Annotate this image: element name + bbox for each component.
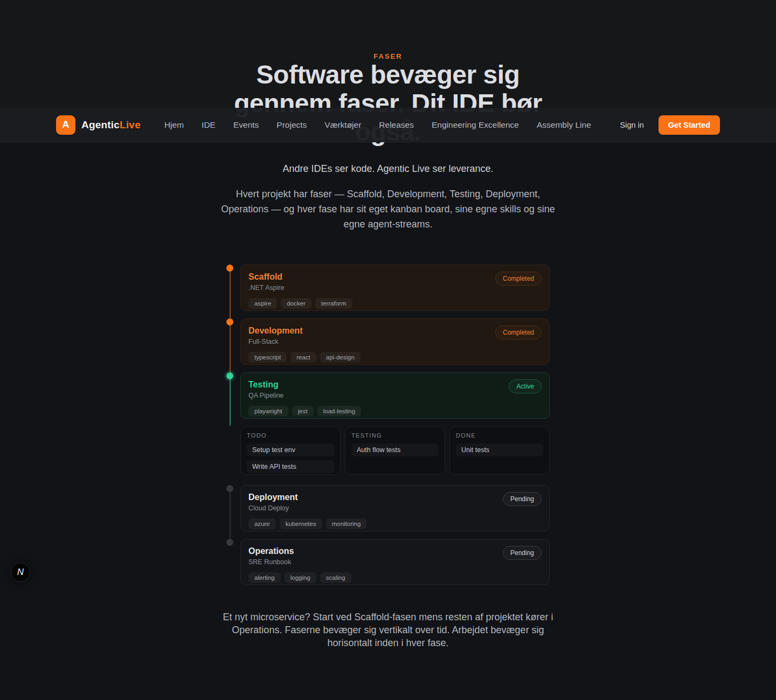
- phase-name: Testing: [248, 380, 542, 390]
- phase-tags: aspiredockerterraform: [248, 298, 542, 309]
- tag-terraform: terraform: [315, 298, 352, 309]
- status-badge: Completed: [495, 325, 542, 339]
- nav-links: HjemIDEEventsProjectsVærktøjerReleasesEn…: [164, 120, 591, 130]
- navbar-inner: A AgenticLive HjemIDEEventsProjectsVærkt…: [56, 108, 720, 142]
- hero-subtitle: Andre IDEs ser kode. Agentic Live ser le…: [0, 163, 776, 175]
- page-title-line1: Software bevæger sig: [0, 60, 776, 89]
- timeline-connector: [230, 322, 231, 376]
- tag-playwright: playwright: [248, 406, 288, 417]
- tag-monitoring: monitoring: [326, 518, 367, 529]
- hero-description: Hvert projekt har faser — Scaffold, Deve…: [216, 186, 560, 232]
- kanban-column-todo: TODOSetup test envWrite API tests: [240, 426, 341, 475]
- phase-subtitle: Cloud Deploy: [248, 504, 542, 512]
- phase-tags: playwrightjestload-testing: [248, 406, 542, 417]
- kanban-column-header: TODO: [247, 432, 334, 439]
- tag-typescript: typescript: [248, 352, 287, 363]
- tag-react: react: [290, 352, 316, 363]
- timeline-dot-active: [226, 372, 233, 379]
- kanban-task-auth-flow-tests: Auth flow tests: [351, 443, 439, 456]
- brand-name: AgenticLive: [81, 119, 141, 131]
- phase-name: Operations: [248, 546, 542, 556]
- phase-card-operations: Operations SRE Runbook alertingloggingsc…: [240, 539, 550, 585]
- tag-jest: jest: [292, 406, 314, 417]
- tag-logging: logging: [285, 572, 316, 583]
- tag-docker: docker: [281, 298, 311, 309]
- nav-link-releases[interactable]: Releases: [379, 120, 414, 130]
- kanban-task-write-api-tests: Write API tests: [247, 460, 334, 473]
- timeline-dot-completed: [226, 318, 233, 325]
- tag-kubernetes: kubernetes: [280, 518, 322, 529]
- nav-link-ide[interactable]: IDE: [202, 120, 216, 130]
- phase-card-deployment: Deployment Cloud Deploy azurekubernetesm…: [240, 485, 550, 531]
- phase-subtitle: SRE Runbook: [248, 558, 542, 566]
- brand-logo-icon: A: [56, 115, 75, 135]
- phase-name: Deployment: [248, 493, 542, 502]
- phase-tags: azurekubernetesmonitoring: [248, 518, 542, 529]
- kanban-column-header: TESTING: [351, 432, 439, 439]
- timeline-connector: [230, 268, 231, 322]
- kanban-column-header: DONE: [456, 432, 543, 439]
- nav-link-v-rkt-jer[interactable]: Værktøjer: [324, 120, 361, 130]
- kanban-column-testing: TESTINGAuth flow tests: [345, 426, 445, 475]
- nav-link-assembly-line[interactable]: Assembly Line: [537, 120, 591, 130]
- timeline-dot-pending: [226, 539, 233, 546]
- status-badge: Pending: [503, 546, 542, 560]
- tag-api-design: api-design: [320, 352, 361, 363]
- phase-tags: alertingloggingscaling: [248, 572, 542, 583]
- nav-link-hjem[interactable]: Hjem: [164, 120, 184, 130]
- nav-link-engineering-excellence[interactable]: Engineering Excellence: [432, 120, 519, 130]
- kanban-board: TODOSetup test envWrite API testsTESTING…: [240, 426, 550, 475]
- tag-load-testing: load-testing: [317, 406, 361, 417]
- phase-subtitle: .NET Aspire: [248, 284, 542, 292]
- get-started-button[interactable]: Get Started: [659, 115, 720, 135]
- phase-tags: typescriptreactapi-design: [248, 352, 542, 363]
- tag-aspire: aspire: [248, 298, 277, 309]
- kanban-task-setup-test-env: Setup test env: [247, 443, 334, 456]
- tag-scaling: scaling: [320, 572, 351, 583]
- brand-name-primary: Agentic: [81, 119, 120, 130]
- main-content: Andre IDEs ser kode. Agentic Live ser le…: [0, 142, 776, 649]
- timeline-connector: [230, 488, 231, 542]
- status-badge: Active: [509, 379, 542, 393]
- nav-link-projects[interactable]: Projects: [276, 120, 307, 130]
- tag-alerting: alerting: [248, 572, 281, 583]
- kanban-column-done: DONEUnit tests: [449, 426, 550, 475]
- phase-subtitle: Full-Stack: [248, 338, 542, 345]
- status-badge: Completed: [495, 272, 542, 286]
- phase-card-testing: Testing QA Pipeline playwrightjestload-t…: [240, 372, 550, 419]
- brand-logo[interactable]: A AgenticLive: [56, 115, 141, 135]
- tag-azure: azure: [248, 518, 276, 529]
- sign-in-link[interactable]: Sign in: [620, 121, 643, 129]
- phase-subtitle: QA Pipeline: [248, 392, 542, 399]
- timeline-connector: [230, 376, 231, 426]
- phase-card-scaffold: Scaffold .NET Aspire aspiredockerterrafo…: [240, 265, 550, 311]
- brand-name-accent: Live: [120, 119, 141, 130]
- kanban-task-unit-tests: Unit tests: [456, 443, 543, 456]
- nav-link-events[interactable]: Events: [233, 120, 259, 130]
- nextjs-dev-indicator-button[interactable]: N: [11, 563, 30, 582]
- navbar: A AgenticLive HjemIDEEventsProjectsVærkt…: [0, 108, 776, 142]
- footer-note: Et nyt microservice? Start ved Scaffold-…: [210, 611, 566, 649]
- timeline-dot-pending: [226, 485, 233, 492]
- timeline-dot-completed: [226, 265, 233, 272]
- phase-card-development: Development Full-Stack typescriptreactap…: [240, 318, 550, 365]
- status-badge: Pending: [503, 492, 542, 506]
- nav-right: Sign in Get Started: [620, 115, 720, 135]
- hero-eyebrow: FASER: [0, 52, 776, 60]
- phase-timeline: Scaffold .NET Aspire aspiredockerterrafo…: [226, 265, 550, 585]
